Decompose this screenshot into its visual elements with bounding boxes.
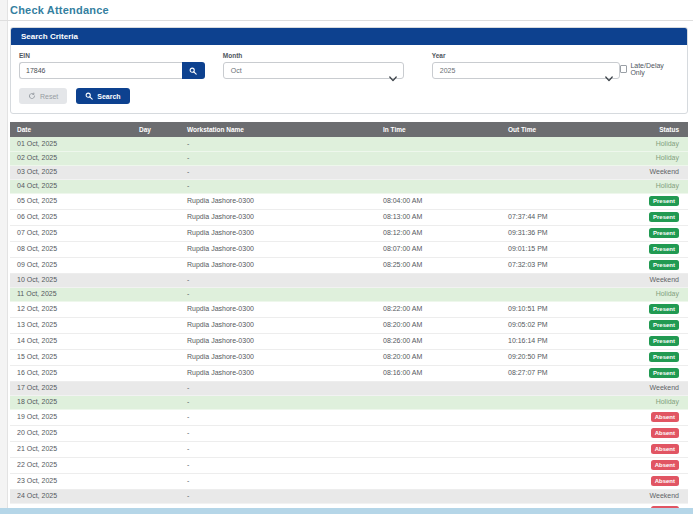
bottom-scroll-strip[interactable] — [0, 508, 693, 514]
column-header-day: Day — [132, 122, 180, 137]
table-row: 11 Oct, 2025-Holiday — [10, 287, 688, 301]
out-time-cell — [501, 151, 626, 165]
ein-input[interactable] — [19, 62, 182, 79]
in-time-cell — [376, 457, 501, 473]
table-row: 23 Oct, 2025-Absent — [10, 473, 688, 489]
day-cell — [132, 457, 180, 473]
in-time-cell — [376, 165, 501, 179]
status-cell: Absent — [626, 473, 688, 489]
late-delay-field: Late/Delay Only — [620, 52, 679, 76]
day-cell — [132, 137, 180, 151]
day-cell — [132, 209, 180, 225]
status-badge: Present — [649, 352, 679, 362]
date-cell: 04 Oct, 2025 — [10, 179, 132, 193]
in-time-cell: 08:20:00 AM — [376, 317, 501, 333]
out-time-cell — [501, 179, 626, 193]
search-criteria-panel: Search Criteria EIN Month Oct — [10, 27, 688, 114]
date-cell: 23 Oct, 2025 — [10, 473, 132, 489]
in-time-cell — [376, 409, 501, 425]
year-select[interactable]: 2025 — [432, 62, 620, 79]
status-cell: Present — [626, 225, 688, 241]
in-time-cell — [376, 137, 501, 151]
out-time-cell — [501, 457, 626, 473]
table-row: 17 Oct, 2025-Weekend — [10, 381, 688, 395]
date-cell: 01 Oct, 2025 — [10, 137, 132, 151]
out-time-cell — [501, 287, 626, 301]
workstation-cell: Rupdia Jashore-0300 — [180, 349, 376, 365]
search-button-label: Search — [97, 93, 120, 100]
date-cell: 03 Oct, 2025 — [10, 165, 132, 179]
in-time-cell: 08:13:00 AM — [376, 209, 501, 225]
in-time-cell — [376, 489, 501, 503]
day-cell — [132, 365, 180, 381]
year-select-value: 2025 — [433, 67, 456, 74]
date-cell: 06 Oct, 2025 — [10, 209, 132, 225]
workstation-cell: - — [180, 395, 376, 409]
table-row: 18 Oct, 2025-Holiday — [10, 395, 688, 409]
table-row: 07 Oct, 2025Rupdia Jashore-030008:12:00 … — [10, 225, 688, 241]
date-cell: 07 Oct, 2025 — [10, 225, 132, 241]
date-cell: 12 Oct, 2025 — [10, 301, 132, 317]
reset-button-label: Reset — [40, 93, 58, 100]
date-cell: 05 Oct, 2025 — [10, 193, 132, 209]
status-cell: Present — [626, 333, 688, 349]
date-cell: 09 Oct, 2025 — [10, 257, 132, 273]
in-time-cell — [376, 395, 501, 409]
date-cell: 24 Oct, 2025 — [10, 489, 132, 503]
status-cell: Present — [626, 257, 688, 273]
status-text: Weekend — [650, 276, 679, 283]
status-text: Holiday — [656, 154, 679, 161]
month-select-value: Oct — [224, 67, 242, 74]
status-cell: Present — [626, 209, 688, 225]
day-cell — [132, 257, 180, 273]
workstation-cell: Rupdia Jashore-0300 — [180, 365, 376, 381]
day-cell — [132, 225, 180, 241]
in-time-cell: 08:12:00 AM — [376, 225, 501, 241]
status-cell: Holiday — [626, 137, 688, 151]
month-select[interactable]: Oct — [223, 62, 404, 79]
out-time-cell: 09:10:51 PM — [501, 301, 626, 317]
table-row: 20 Oct, 2025-Absent — [10, 425, 688, 441]
status-cell: Absent — [626, 457, 688, 473]
day-cell — [132, 349, 180, 365]
in-time-cell: 08:04:00 AM — [376, 193, 501, 209]
status-badge: Present — [649, 212, 679, 222]
status-cell: Present — [626, 241, 688, 257]
workstation-cell: Rupdia Jashore-0300 — [180, 301, 376, 317]
out-time-cell: 07:32:03 PM — [501, 257, 626, 273]
status-cell: Present — [626, 365, 688, 381]
day-cell — [132, 489, 180, 503]
day-cell — [132, 317, 180, 333]
in-time-cell — [376, 273, 501, 287]
table-row: 05 Oct, 2025Rupdia Jashore-030008:04:00 … — [10, 193, 688, 209]
workstation-cell: - — [180, 381, 376, 395]
status-badge: Absent — [651, 428, 679, 438]
search-button[interactable]: Search — [76, 88, 129, 104]
reset-button[interactable]: Reset — [19, 88, 67, 104]
status-text: Weekend — [650, 168, 679, 175]
out-time-cell — [501, 473, 626, 489]
status-badge: Present — [649, 304, 679, 314]
status-cell: Weekend — [626, 273, 688, 287]
in-time-cell: 08:20:00 AM — [376, 349, 501, 365]
ein-search-button[interactable] — [182, 62, 205, 79]
table-row: 10 Oct, 2025-Weekend — [10, 273, 688, 287]
page-title: Check Attendance — [10, 0, 688, 16]
date-cell: 14 Oct, 2025 — [10, 333, 132, 349]
late-delay-checkbox[interactable] — [620, 65, 628, 73]
date-cell: 15 Oct, 2025 — [10, 349, 132, 365]
status-badge: Present — [649, 228, 679, 238]
out-time-cell — [501, 193, 626, 209]
out-time-cell: 09:01:15 PM — [501, 241, 626, 257]
in-time-cell — [376, 151, 501, 165]
out-time-cell — [501, 381, 626, 395]
table-header-row: Date Day Workstation Name In Time Out Ti… — [10, 122, 688, 137]
workstation-cell: - — [180, 409, 376, 425]
table-row: 14 Oct, 2025Rupdia Jashore-030008:26:00 … — [10, 333, 688, 349]
day-cell — [132, 381, 180, 395]
in-time-cell — [376, 381, 501, 395]
month-field: Month Oct — [223, 52, 404, 79]
column-header-status: Status — [626, 122, 688, 137]
in-time-cell — [376, 473, 501, 489]
day-cell — [132, 409, 180, 425]
